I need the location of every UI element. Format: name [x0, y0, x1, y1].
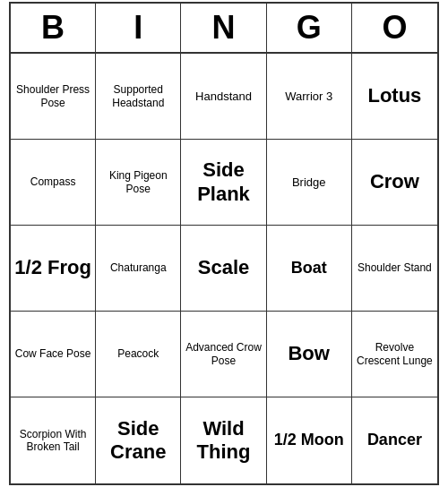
bingo-cell-4: Lotus — [352, 54, 437, 140]
bingo-cell-24: Dancer — [352, 397, 437, 483]
bingo-cell-14: Shoulder Stand — [352, 226, 437, 312]
bingo-cell-22: Wild Thing — [181, 397, 266, 483]
header-letter-G: G — [267, 4, 352, 52]
bingo-cell-3: Warrior 3 — [267, 54, 352, 140]
bingo-cell-0: Shoulder Press Pose — [11, 54, 96, 140]
bingo-grid: Shoulder Press PoseSupported HeadstandHa… — [11, 54, 437, 483]
bingo-cell-10: 1/2 Frog — [11, 226, 96, 312]
bingo-cell-17: Advanced Crow Pose — [181, 312, 266, 397]
bingo-cell-16: Peacock — [96, 312, 181, 397]
header-letter-N: N — [181, 4, 266, 52]
bingo-cell-20: Scorpion With Broken Tail — [11, 397, 96, 483]
bingo-cell-2: Handstand — [181, 54, 266, 140]
bingo-card: BINGO Shoulder Press PoseSupported Heads… — [9, 2, 439, 485]
bingo-cell-8: Bridge — [267, 140, 352, 226]
header-letter-I: I — [96, 4, 181, 52]
bingo-cell-7: Side Plank — [181, 140, 266, 226]
header-letter-O: O — [352, 4, 437, 52]
bingo-cell-9: Crow — [352, 140, 437, 226]
bingo-cell-15: Cow Face Pose — [11, 312, 96, 397]
bingo-cell-5: Compass — [11, 140, 96, 226]
bingo-header: BINGO — [11, 4, 437, 54]
bingo-cell-19: Revolve Crescent Lunge — [352, 312, 437, 397]
bingo-cell-12: Scale — [181, 226, 266, 312]
bingo-cell-11: Chaturanga — [96, 226, 181, 312]
bingo-cell-21: Side Crane — [96, 397, 181, 483]
bingo-cell-1: Supported Headstand — [96, 54, 181, 140]
bingo-cell-6: King Pigeon Pose — [96, 140, 181, 226]
header-letter-B: B — [11, 4, 96, 52]
bingo-cell-23: 1/2 Moon — [267, 397, 352, 483]
bingo-cell-13: Boat — [267, 226, 352, 312]
bingo-cell-18: Bow — [267, 312, 352, 397]
